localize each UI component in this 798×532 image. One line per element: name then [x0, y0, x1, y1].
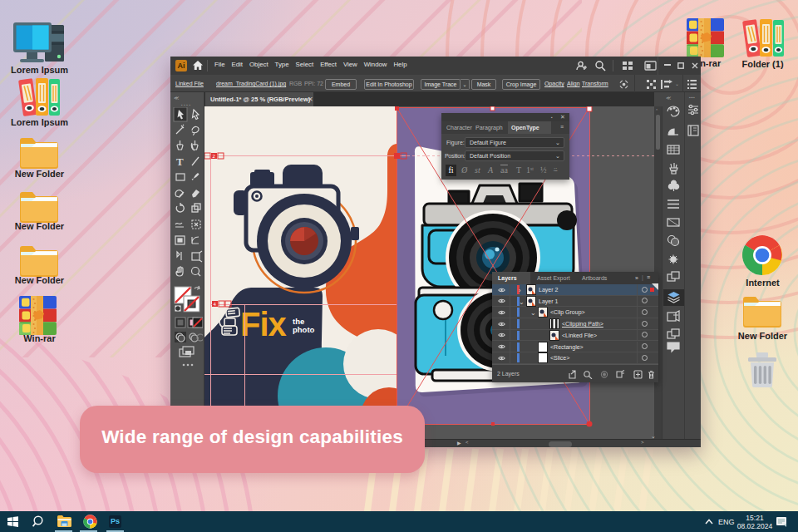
svg-text:photo: photo: [293, 325, 315, 334]
svg-text:Fix: Fix: [240, 306, 287, 342]
svg-text:T: T: [176, 155, 184, 168]
